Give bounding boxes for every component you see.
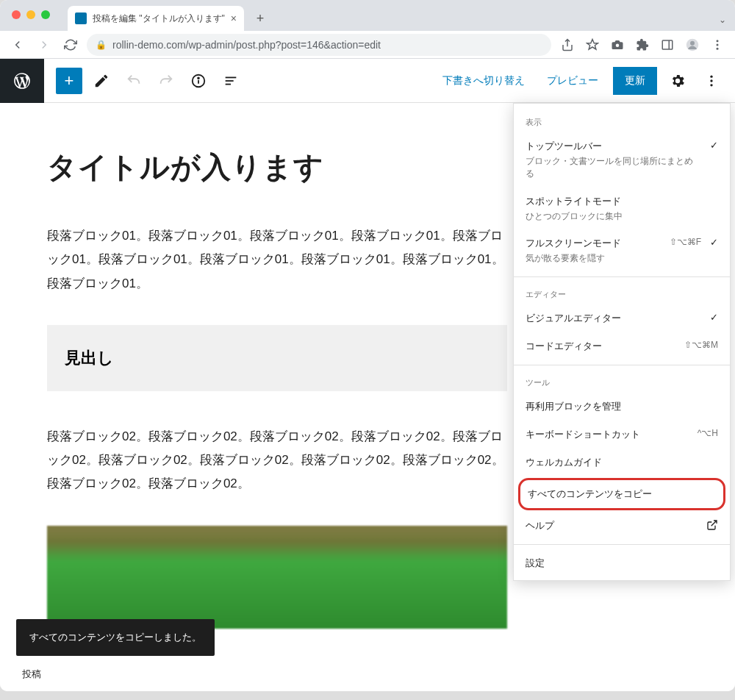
menu-keyboard-shortcuts[interactable]: キーボードショートカット ^⌥H [514,421,730,449]
heading-block[interactable]: 見出し [47,325,507,391]
menu-spotlight[interactable]: スポットライトモード ひとつのブロックに集中 [514,188,730,230]
check-icon: ✓ [710,312,718,323]
paragraph-block-1[interactable]: 段落ブロック01。段落ブロック01。段落ブロック01。段落ブロック01。段落ブロ… [47,224,507,296]
menu-top-toolbar[interactable]: トップツールバー ブロック・文書ツールを同じ場所にまとめる ✓ [514,132,730,188]
menu-copy-all-content[interactable]: すべてのコンテンツをコピー [518,478,725,510]
svg-point-4 [690,40,695,45]
browser-tab[interactable]: 投稿を編集 "タイトルが入ります" × [68,6,244,31]
wordpress-logo[interactable] [0,59,44,103]
info-button[interactable] [185,68,212,94]
check-icon: ✓ [710,237,718,248]
svg-rect-1 [662,40,673,49]
nav-reload-button[interactable] [60,35,81,55]
favicon-icon [75,12,87,24]
new-tab-button[interactable]: + [250,8,270,29]
menu-preferences[interactable]: 設定 [514,549,730,577]
update-button[interactable]: 更新 [613,67,657,95]
menu-code-editor[interactable]: コードエディター ⇧⌥⌘M [514,332,730,360]
menu-visual-editor[interactable]: ビジュアルエディター ✓ [514,304,730,332]
settings-button[interactable] [664,68,691,94]
tabs-chevron-icon[interactable]: ⌄ [719,15,726,25]
tab-title: 投稿を編集 "タイトルが入ります" [93,12,225,25]
menu-reusable-blocks[interactable]: 再利用ブロックを管理 [514,393,730,421]
switch-draft-button[interactable]: 下書きへ切り替え [435,68,532,93]
check-icon: ✓ [710,140,718,151]
image-block[interactable] [47,526,507,629]
redo-button [153,68,179,94]
svg-point-10 [198,77,199,79]
share-button[interactable] [557,35,578,55]
svg-point-16 [710,84,712,86]
more-menu-button[interactable] [698,68,725,94]
footer-breadcrumb[interactable]: 投稿 [22,668,41,681]
options-menu: 表示 トップツールバー ブロック・文書ツールを同じ場所にまとめる ✓ スポットラ… [513,103,731,581]
minimize-icon[interactable] [26,10,35,19]
menu-section-tools: ツール [514,370,730,393]
nav-forward-button [34,35,54,55]
preview-button[interactable]: プレビュー [539,68,606,93]
camera-icon[interactable] [607,35,628,55]
menu-separator [514,365,730,365]
menu-section-editor: エディター [514,282,730,304]
menu-welcome-guide[interactable]: ウェルカムガイド [514,449,730,476]
external-link-icon [706,519,718,531]
browser-menu-button[interactable] [707,35,728,55]
edit-tool-icon[interactable] [88,68,115,94]
address-bar[interactable]: 🔒 rollin-demo.com/wp-admin/post.php?post… [87,34,551,56]
window-controls[interactable] [12,10,50,19]
bookmark-button[interactable] [582,35,603,55]
menu-help[interactable]: ヘルプ [514,512,730,540]
menu-separator [514,544,730,545]
svg-point-6 [717,43,719,46]
panel-icon[interactable] [657,35,678,55]
paragraph-block-2[interactable]: 段落ブロック02。段落ブロック02。段落ブロック02。段落ブロック02。段落ブロ… [47,425,507,496]
lock-icon: 🔒 [96,40,107,50]
maximize-icon[interactable] [41,10,50,19]
svg-point-5 [717,40,719,42]
url-text: rollin-demo.com/wp-admin/post.php?post=1… [112,39,381,51]
add-block-button[interactable]: + [56,68,82,94]
snackbar-notification: すべてのコンテンツをコピーしました。 [16,619,215,656]
svg-point-7 [717,47,719,49]
svg-point-14 [710,75,712,77]
post-title[interactable]: タイトルが入ります [47,147,507,188]
extensions-button[interactable] [632,35,653,55]
menu-fullscreen[interactable]: フルスクリーンモード 気が散る要素を隠す ⇧⌥⌘F ✓ [514,229,730,272]
profile-button[interactable] [682,35,703,55]
svg-point-0 [616,43,620,47]
menu-separator [514,276,730,277]
svg-point-15 [710,79,712,82]
menu-section-view: 表示 [514,110,730,132]
list-view-button[interactable] [218,68,244,94]
undo-button [121,68,147,94]
nav-back-button[interactable] [7,35,28,55]
tab-close-icon[interactable]: × [231,12,237,24]
close-icon[interactable] [12,10,21,19]
